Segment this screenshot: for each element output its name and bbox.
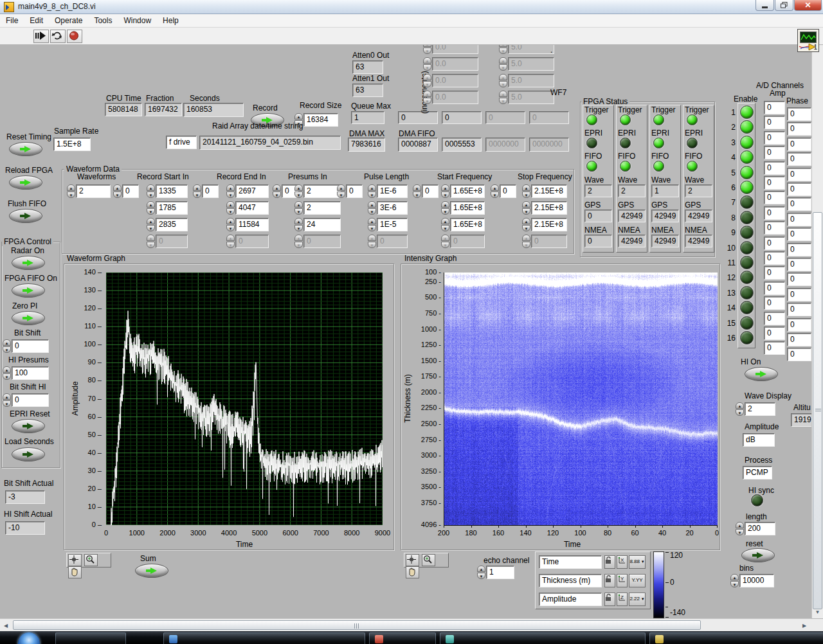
trigger-led[interactable]	[586, 114, 597, 125]
abort-button[interactable]	[67, 30, 82, 43]
increment-decrement-spinner[interactable]: ▲▼	[441, 218, 449, 231]
taskbar-button[interactable]	[369, 632, 436, 644]
reset-button[interactable]	[741, 548, 775, 562]
amp-input[interactable]: 0	[764, 237, 785, 250]
scroll-right-icon[interactable]: ▶	[800, 623, 809, 629]
increment-decrement-spinner[interactable]: ▲▼	[736, 522, 744, 535]
run-button[interactable]	[33, 30, 49, 43]
zero-pi-button[interactable]	[12, 311, 45, 325]
amp-input[interactable]: 0	[764, 326, 785, 340]
amp-input[interactable]: 0	[764, 266, 785, 280]
increment-decrement-spinner[interactable]: ▲▼	[294, 218, 303, 231]
increment-decrement-spinner[interactable]: ▲▼	[368, 184, 376, 198]
enable-led-1[interactable]	[740, 105, 754, 119]
axis-name-z[interactable]: Amplitude	[539, 593, 602, 606]
minimize-button[interactable]	[755, 0, 774, 11]
enable-led-15[interactable]	[740, 316, 754, 330]
waveform-data-input[interactable]: 2.15E+8	[531, 201, 567, 215]
trigger-led[interactable]	[687, 114, 698, 125]
bins-input[interactable]: 10000	[739, 574, 774, 587]
waveform-data-input[interactable]: 3E-6	[377, 201, 408, 215]
phase-input[interactable]: 0	[787, 273, 811, 286]
intensity-plot-area[interactable]	[444, 273, 718, 526]
epri-led[interactable]	[620, 138, 631, 148]
echo-channel-input[interactable]: 1	[486, 566, 514, 579]
waveforms-input[interactable]: 2	[76, 184, 111, 198]
waveform-data-input[interactable]: 2	[303, 201, 341, 215]
waveform-data-input[interactable]: 4047	[235, 201, 269, 215]
amp-input[interactable]: 0	[764, 131, 785, 145]
axis-lock-button[interactable]	[604, 555, 615, 569]
increment-decrement-spinner[interactable]: ▲▼	[491, 184, 499, 198]
increment-decrement-spinner[interactable]: ▲▼	[3, 366, 11, 380]
axis-scale-button-x[interactable]: X	[617, 555, 628, 569]
phase-input[interactable]: 0	[787, 288, 811, 301]
waveform-data-input[interactable]: 1E-5	[377, 218, 408, 231]
length-input[interactable]: 200	[745, 522, 775, 535]
axis-lock-button[interactable]	[604, 574, 615, 587]
cursor-tool-button[interactable]	[68, 554, 82, 566]
start-button[interactable]	[18, 632, 40, 644]
amplitude-units-select[interactable]: dB	[743, 433, 775, 447]
fpga-fifo-on-button[interactable]	[12, 283, 45, 298]
horizontal-scroll-thumb[interactable]	[13, 620, 701, 630]
zoom-tool-button[interactable]	[422, 554, 435, 566]
waveform-plot-area[interactable]	[106, 273, 383, 525]
increment-decrement-spinner[interactable]: ▲▼	[423, 45, 431, 54]
axis-format-button[interactable]: Y.YY ▼	[629, 574, 646, 587]
vertical-scrollbar[interactable]: ▲ ▼	[811, 45, 823, 618]
increment-decrement-spinner[interactable]: ▲▼	[441, 201, 449, 215]
amp-input[interactable]: 0	[764, 146, 785, 159]
pan-tool-button[interactable]	[406, 566, 419, 578]
process-select[interactable]: PCMP	[743, 466, 772, 479]
hi-sync-led[interactable]	[751, 494, 763, 506]
fifo-led[interactable]	[653, 161, 664, 172]
close-button[interactable]: ✕	[794, 0, 822, 11]
increment-decrement-spinner[interactable]: ▲▼	[522, 218, 530, 231]
enable-led-11[interactable]	[740, 256, 754, 269]
amp-input[interactable]: 0	[764, 101, 785, 114]
phase-input[interactable]: 0	[787, 183, 811, 196]
increment-decrement-spinner[interactable]: ▲▼	[441, 235, 449, 248]
vertical-scroll-thumb[interactable]	[813, 212, 822, 609]
axis-scale-button-z[interactable]: Z	[617, 593, 628, 606]
color-ramp[interactable]	[653, 551, 664, 618]
hi-on-button[interactable]	[745, 367, 778, 381]
wave-display-input[interactable]: 2	[745, 402, 775, 416]
scroll-left-icon[interactable]: ◀	[1, 623, 10, 629]
increment-decrement-spinner[interactable]: ▲▼	[113, 184, 122, 198]
increment-decrement-spinner[interactable]: ▲▼	[522, 184, 530, 198]
waveform-data-input[interactable]: 1785	[156, 201, 188, 215]
phase-input[interactable]: 0	[787, 168, 811, 181]
increment-decrement-spinner[interactable]: ▲▼	[294, 201, 303, 215]
amp-input[interactable]: 0	[764, 161, 785, 175]
increment-decrement-spinner[interactable]: ▲▼	[499, 91, 507, 104]
waveform-data-input[interactable]: 2	[303, 184, 341, 198]
axis-format-button[interactable]: 8.88 ▼	[629, 555, 646, 569]
taskbar-button[interactable]	[649, 632, 823, 644]
array-index-input[interactable]: 0	[202, 184, 219, 198]
amp-input[interactable]: 0	[764, 176, 785, 190]
phase-input[interactable]: 0	[787, 122, 811, 136]
taskbar-button[interactable]	[163, 632, 365, 644]
amp-input[interactable]: 0	[764, 251, 785, 265]
increment-decrement-spinner[interactable]: ▲▼	[522, 235, 530, 248]
phase-input[interactable]: 0	[787, 318, 811, 332]
radar-on-button[interactable]	[12, 256, 45, 270]
phase-input[interactable]: 0	[787, 138, 811, 151]
taskbar-button[interactable]	[55, 632, 126, 644]
increment-decrement-spinner[interactable]: ▲▼	[193, 184, 201, 198]
increment-decrement-spinner[interactable]: ▲▼	[226, 218, 235, 231]
waveform-data-input[interactable]: 1.65E+8	[450, 201, 485, 215]
increment-decrement-spinner[interactable]: ▲▼	[294, 184, 303, 198]
array-index-input[interactable]: 0	[122, 184, 139, 198]
phase-input[interactable]: 0	[787, 348, 811, 361]
menu-item-help[interactable]: Help	[157, 14, 185, 28]
increment-decrement-spinner[interactable]: ▲▼	[67, 184, 75, 198]
increment-decrement-spinner[interactable]: ▲▼	[337, 184, 345, 198]
amp-input[interactable]: 0	[764, 191, 785, 204]
array-index-input[interactable]: 0	[500, 184, 516, 198]
axis-format-button[interactable]: 2.22 ▼	[629, 593, 646, 606]
phase-input[interactable]: 0	[787, 303, 811, 316]
increment-decrement-spinner[interactable]: ▲▼	[477, 566, 485, 579]
